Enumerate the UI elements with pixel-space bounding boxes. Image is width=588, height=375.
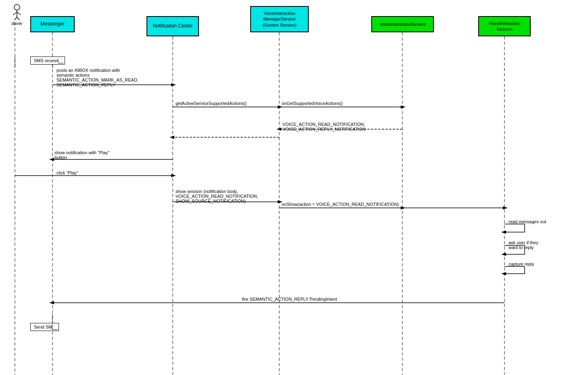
- msg-label-m12: ask user if they want to reply: [508, 240, 538, 250]
- msg-label-m2: getActiveServiceSupportedActions(): [176, 101, 247, 106]
- driver-actor: driver: [9, 4, 25, 26]
- svg-marker-25: [49, 158, 54, 161]
- actor-messenger: Messenger: [30, 16, 75, 32]
- msg-label-m4: VOICE_ACTION_READ_NOTIFICATION, VOICE_AC…: [282, 122, 366, 132]
- svg-point-0: [14, 4, 20, 10]
- msg-label-m1: posts an INBOX notification with semanti…: [56, 68, 138, 87]
- svg-marker-15: [171, 83, 176, 86]
- svg-marker-31: [401, 206, 406, 209]
- actor-voice-manager-label: VoiceInteraction ManagerService (System …: [263, 10, 297, 28]
- svg-marker-21: [276, 128, 281, 131]
- actor-voice-manager: VoiceInteraction ManagerService (System …: [250, 6, 309, 32]
- svg-marker-17: [278, 105, 282, 109]
- svg-marker-37: [501, 230, 506, 234]
- svg-marker-23: [169, 136, 174, 139]
- msg-label-m9: onShow(action = VOICE_ACTION_READ_NOTIFI…: [282, 202, 399, 207]
- note-send-sms-label: Send SMS: [34, 325, 55, 329]
- svg-line-5: [17, 17, 20, 20]
- svg-marker-41: [501, 253, 506, 256]
- actor-voice-session: VoiceInteraction Session: [478, 16, 531, 36]
- note-sms-received: SMS received: [30, 57, 65, 65]
- actor-voice-service: VoiceInteractionService: [371, 16, 434, 32]
- msg-label-m14: fire SEMANTIC_ACTION_REPLY PendingIntent: [242, 297, 337, 302]
- sequence-diagram-svg: [0, 0, 588, 375]
- msg-label-m3: onGetSupportedVoiceActions(): [282, 101, 343, 106]
- actor-voice-session-label: VoiceInteraction Session: [489, 21, 520, 32]
- msg-label-m6: show notification with "Play" button: [54, 150, 109, 160]
- msg-label-m13: capture reply: [508, 262, 534, 266]
- svg-marker-33: [503, 206, 508, 209]
- note-sms-received-label: SMS received: [34, 58, 61, 63]
- msg-label-m7: click "Play": [56, 170, 78, 175]
- svg-line-3: [17, 12, 21, 15]
- actor-notification-center: Notification Center: [146, 16, 199, 36]
- svg-marker-19: [401, 105, 406, 109]
- note-send-sms: Send SMS: [30, 323, 59, 331]
- svg-line-4: [14, 17, 17, 20]
- svg-line-2: [13, 12, 17, 15]
- driver-label: driver: [9, 21, 25, 26]
- svg-marker-47: [49, 301, 54, 304]
- msg-label-m11: read messages out: [508, 219, 546, 224]
- actor-voice-service-label: VoiceInteractionService: [379, 21, 426, 27]
- msg-label-m8: show session (notification body, VOICE_A…: [176, 189, 258, 203]
- svg-marker-27: [171, 174, 176, 177]
- svg-marker-45: [501, 272, 506, 275]
- actor-messenger-label: Messenger: [40, 21, 64, 27]
- actor-notification-label: Notification Center: [153, 23, 193, 29]
